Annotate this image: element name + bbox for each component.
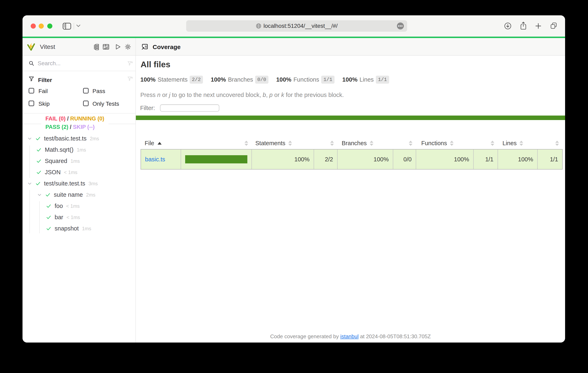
checkbox-pass[interactable] bbox=[83, 88, 89, 93]
tab-overview-icon[interactable] bbox=[550, 22, 557, 30]
test-file-tree: test/basic.test.ts 2ms Math.sqrt() 1ms S… bbox=[22, 133, 136, 234]
chevron-down-icon[interactable] bbox=[27, 136, 32, 141]
filter-title: Filter bbox=[38, 77, 52, 83]
stat-lines: 100% Lines 1/1 bbox=[342, 76, 389, 84]
share-icon[interactable] bbox=[520, 21, 527, 30]
cell-branches-pct: 100% bbox=[337, 149, 393, 169]
cell-file: basic.ts bbox=[141, 149, 181, 169]
check-icon bbox=[46, 226, 51, 231]
column-header-file[interactable]: File bbox=[141, 140, 181, 147]
column-header-functions[interactable]: Functions bbox=[416, 140, 474, 147]
chevron-down-icon[interactable] bbox=[37, 192, 42, 197]
chevron-down-icon[interactable] bbox=[27, 181, 32, 186]
checkbox-only-tests[interactable] bbox=[83, 101, 89, 106]
cell-functions-pct: 100% bbox=[416, 149, 474, 169]
tree-row-suite[interactable]: suite name 2ms bbox=[22, 189, 136, 200]
dashboard-icon[interactable] bbox=[103, 43, 109, 50]
run-all-icon[interactable] bbox=[115, 43, 121, 50]
tree-view-icon[interactable] bbox=[93, 43, 99, 50]
cell-lines-pct: 100% bbox=[498, 149, 538, 169]
stat-fraction: 1/1 bbox=[376, 76, 389, 84]
sorter-icon[interactable] bbox=[288, 141, 292, 146]
clear-filters-icon[interactable] bbox=[127, 76, 133, 82]
sorter-icon[interactable] bbox=[450, 141, 454, 146]
coverage-filter-input[interactable] bbox=[160, 104, 219, 112]
stat-statements: 100% Statements 2/2 bbox=[140, 76, 203, 84]
coverage-heading: All files bbox=[141, 60, 170, 69]
stat-label: Branches bbox=[228, 76, 253, 83]
tree-duration: < 1ms bbox=[66, 215, 80, 220]
app-title: Vitest bbox=[40, 43, 55, 50]
fail-count: FAIL (0) bbox=[45, 115, 66, 122]
theme-toggle-sun-icon[interactable] bbox=[125, 43, 131, 50]
checkbox-fail-label[interactable]: Fail bbox=[39, 88, 48, 94]
summary-line-pass-skip: PASS (2) / SKIP (--) bbox=[45, 123, 104, 131]
new-tab-icon[interactable] bbox=[535, 22, 542, 30]
sorter-icon[interactable] bbox=[519, 141, 523, 146]
panel-title: Coverage bbox=[153, 43, 181, 51]
toolbar-divider bbox=[74, 23, 74, 30]
sorter-icon[interactable] bbox=[409, 141, 412, 146]
tree-label: bar bbox=[55, 214, 63, 221]
column-header-branches[interactable]: Branches bbox=[337, 140, 393, 147]
pass-count: PASS (2) bbox=[45, 124, 68, 130]
minimize-window-button[interactable] bbox=[39, 23, 44, 29]
chevron-down-icon[interactable] bbox=[76, 24, 81, 27]
footer-timestamp: at 2024-08-05T08:51:30.705Z bbox=[359, 333, 431, 340]
column-header-lines-raw[interactable] bbox=[538, 141, 563, 146]
stat-label: Statements bbox=[158, 76, 188, 83]
checkbox-pass-label[interactable]: Pass bbox=[93, 88, 105, 94]
tree-row-test[interactable]: Math.sqrt() 1ms bbox=[22, 144, 136, 155]
file-link[interactable]: basic.ts bbox=[141, 156, 165, 163]
checkbox-fail[interactable] bbox=[29, 88, 34, 93]
tree-row-test[interactable]: snapshot 1ms bbox=[22, 223, 136, 234]
tree-label: Math.sqrt() bbox=[45, 146, 74, 153]
check-icon bbox=[35, 136, 41, 141]
tree-row-test[interactable]: bar < 1ms bbox=[22, 212, 136, 223]
check-icon bbox=[46, 215, 51, 220]
sorter-icon[interactable] bbox=[370, 141, 373, 146]
stat-percent: 100% bbox=[342, 76, 357, 83]
column-header-branches-raw[interactable] bbox=[393, 141, 416, 146]
page-settings-button[interactable]: ••• bbox=[397, 22, 404, 30]
sorter-icon[interactable] bbox=[555, 141, 559, 146]
tree-duration: 2ms bbox=[86, 192, 95, 198]
close-window-button[interactable] bbox=[31, 23, 36, 29]
tree-row-file[interactable]: test/suite.test.ts 3ms bbox=[22, 178, 136, 189]
istanbul-link[interactable]: istanbul bbox=[340, 333, 359, 340]
column-header-functions-raw[interactable] bbox=[474, 141, 498, 146]
tree-row-test[interactable]: foo < 1ms bbox=[22, 200, 136, 212]
keyboard-hint: Press n or j to go to the next uncovered… bbox=[140, 92, 344, 98]
tree-row-file[interactable]: test/basic.test.ts 2ms bbox=[22, 133, 136, 144]
tree-row-test[interactable]: Squared 1ms bbox=[22, 155, 136, 167]
checkbox-skip-label[interactable]: Skip bbox=[39, 101, 50, 107]
checkbox-skip[interactable] bbox=[29, 101, 34, 106]
clear-search-filter-icon[interactable] bbox=[127, 61, 133, 66]
sorter-icon[interactable] bbox=[244, 141, 248, 146]
search-input[interactable] bbox=[37, 59, 124, 68]
tree-row-test[interactable]: JSON < 1ms bbox=[22, 167, 136, 178]
address-bar[interactable]: localhost:51204/__vitest__/#/ ••• bbox=[186, 20, 407, 32]
tree-label: suite name bbox=[54, 191, 83, 198]
url-text: localhost:51204/__vitest__/#/ bbox=[263, 23, 338, 29]
running-count: RUNNING (0) bbox=[70, 115, 104, 122]
column-header-chart[interactable] bbox=[181, 141, 252, 146]
tree-duration: < 1ms bbox=[66, 203, 80, 209]
checkbox-only-tests-label[interactable]: Only Tests bbox=[93, 101, 119, 107]
column-label: Lines bbox=[503, 140, 517, 147]
sidebar-toggle-icon[interactable] bbox=[63, 22, 71, 30]
sorter-icon[interactable] bbox=[491, 141, 494, 146]
tree-label: foo bbox=[55, 203, 63, 209]
column-header-statements[interactable]: Statements bbox=[252, 140, 314, 147]
cell-statements-raw: 2/2 bbox=[314, 149, 337, 169]
search-icon bbox=[29, 61, 34, 66]
vitest-logo-icon bbox=[27, 42, 35, 51]
cell-branches-raw: 0/0 bbox=[393, 149, 416, 169]
tree-label: Squared bbox=[45, 158, 67, 165]
column-header-statements-raw[interactable] bbox=[314, 141, 337, 146]
browser-window: localhost:51204/__vitest__/#/ ••• bbox=[22, 15, 565, 342]
zoom-window-button[interactable] bbox=[47, 23, 52, 29]
sorter-icon[interactable] bbox=[330, 141, 334, 146]
column-header-lines[interactable]: Lines bbox=[498, 140, 538, 147]
downloads-icon[interactable] bbox=[504, 22, 512, 30]
